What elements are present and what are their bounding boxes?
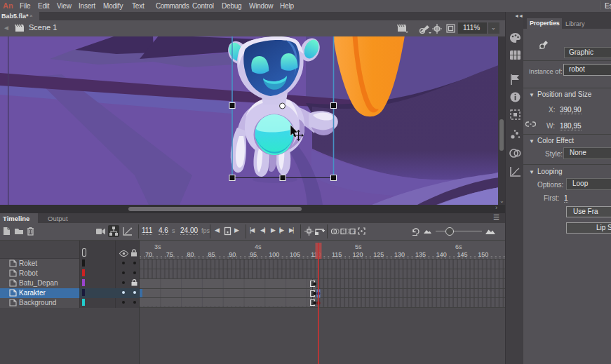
svg-text:5s: 5s bbox=[355, 243, 362, 250]
svg-text:3s: 3s bbox=[154, 243, 161, 250]
svg-text:2: 2 bbox=[353, 230, 356, 235]
svg-text:6s: 6s bbox=[455, 243, 462, 250]
svg-text:4s: 4s bbox=[255, 243, 262, 250]
